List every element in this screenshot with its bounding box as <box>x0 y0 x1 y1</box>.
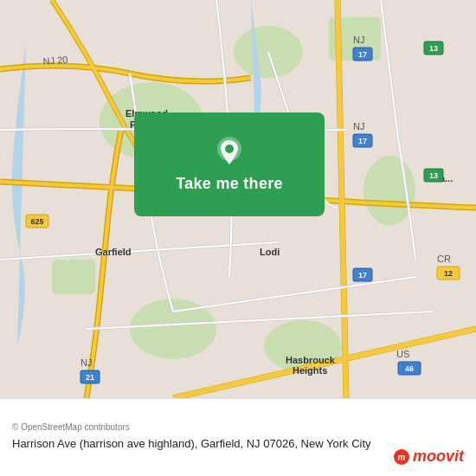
take-me-there-label: Take me there <box>176 175 283 193</box>
moovit-brand-name: moovit <box>413 447 464 466</box>
svg-text:12: 12 <box>444 269 453 278</box>
location-pin-icon <box>214 137 245 168</box>
svg-text:CR: CR <box>437 254 451 264</box>
take-me-there-button[interactable]: Take me there <box>134 113 325 216</box>
svg-text:m: m <box>398 453 406 462</box>
svg-text:NJ 20: NJ 20 <box>42 55 68 67</box>
map-container: Elmwood Park Garfield Lodi Hasbrouck Hei… <box>0 0 476 398</box>
svg-text:Garfield: Garfield <box>95 247 132 257</box>
svg-text:46: 46 <box>405 364 414 373</box>
svg-text:17: 17 <box>358 271 367 280</box>
bottom-bar: © OpenStreetMap contributors Harrison Av… <box>0 398 476 476</box>
svg-text:17: 17 <box>358 50 367 59</box>
svg-text:NJ: NJ <box>353 35 364 45</box>
svg-rect-7 <box>52 260 95 294</box>
svg-text:21: 21 <box>86 373 94 382</box>
svg-text:NJ: NJ <box>80 357 92 368</box>
svg-text:US: US <box>396 349 409 359</box>
moovit-logo: m moovit <box>393 447 464 466</box>
svg-text:625: 625 <box>30 217 43 226</box>
map-attribution: © OpenStreetMap contributors <box>12 422 464 432</box>
svg-text:13: 13 <box>429 44 438 53</box>
svg-text:Heights: Heights <box>293 365 327 376</box>
svg-text:Lodi: Lodi <box>260 247 280 257</box>
svg-point-44 <box>225 145 234 153</box>
svg-text:Hasbrouck: Hasbrouck <box>286 355 336 365</box>
svg-text:17: 17 <box>358 137 367 145</box>
svg-text:NJ: NJ <box>353 121 364 132</box>
svg-text:13: 13 <box>429 171 438 180</box>
moovit-icon: m <box>393 448 410 466</box>
